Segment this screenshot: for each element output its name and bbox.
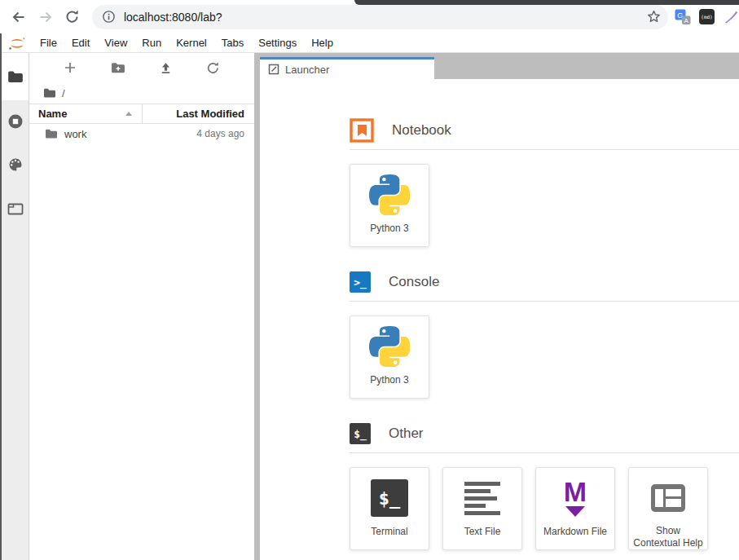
left-sidebar [2, 53, 29, 560]
python-logo-icon [369, 325, 410, 368]
section-title-console: Console [389, 274, 439, 290]
folder-icon [7, 69, 24, 84]
new-folder-button[interactable] [107, 57, 130, 78]
launcher-card-terminal[interactable]: $_ Terminal [350, 467, 429, 550]
file-row-work[interactable]: work 4 days ago [29, 124, 254, 143]
notebook-icon [350, 118, 374, 143]
jupyter-menubar: File Edit View Run Kernel Tabs Settings … [2, 33, 739, 53]
contextual-help-icon [650, 477, 686, 518]
back-icon[interactable] [7, 5, 31, 29]
file-modified: 4 days ago [196, 128, 254, 139]
menu-settings[interactable]: Settings [251, 33, 304, 52]
card-label: Text File [460, 526, 505, 538]
card-label: Markdown File [539, 526, 611, 538]
menu-kernel[interactable]: Kernel [169, 33, 214, 52]
menu-tabs[interactable]: Tabs [214, 33, 251, 52]
panel-splitter[interactable] [254, 53, 260, 560]
section-title-other: Other [389, 426, 424, 442]
sidebar-item-tabs[interactable] [2, 196, 29, 219]
translate-extension-icon[interactable]: GA [675, 9, 691, 25]
url-text[interactable]: localhost:8080/lab? [124, 11, 646, 24]
launcher-card-text-file[interactable]: Text File [442, 467, 522, 550]
launcher-card-markdown-file[interactable]: M Markdown File [535, 467, 615, 550]
launcher-section-other: $_ Other $_ Terminal [350, 421, 739, 550]
bookmark-star-icon[interactable] [646, 9, 662, 24]
pen-extension-icon[interactable] [723, 9, 739, 25]
menu-view[interactable]: View [97, 33, 134, 52]
md-extension-icon[interactable]: (md) [699, 9, 715, 24]
running-kernels-icon [7, 112, 24, 130]
text-file-icon [464, 482, 500, 515]
launcher-card-notebook-python3[interactable]: Python 3 [350, 164, 429, 247]
python-logo-icon [369, 174, 410, 216]
modified-header-label: Last Modified [176, 108, 244, 120]
name-header-label: Name [38, 108, 67, 120]
column-header-modified[interactable]: Last Modified [142, 104, 254, 123]
section-divider [350, 301, 739, 302]
menu-edit[interactable]: Edit [64, 33, 97, 52]
file-list-header: Name Last Modified [29, 104, 254, 124]
browser-chrome: localhost:8080/lab? GA (md) [0, 0, 739, 33]
sidebar-item-running[interactable] [2, 110, 29, 133]
new-launcher-button[interactable] [59, 57, 81, 78]
file-browser-toolbar [29, 53, 254, 82]
launcher-card-contextual-help[interactable]: Show Contextual Help [628, 467, 708, 550]
sort-ascending-icon [125, 112, 132, 116]
column-header-name[interactable]: Name [29, 104, 142, 123]
sidebar-item-commands[interactable] [2, 153, 29, 176]
section-title-notebook: Notebook [392, 122, 451, 139]
address-bar[interactable]: localhost:8080/lab? [92, 5, 668, 29]
tab-launcher[interactable]: Launcher [260, 57, 434, 79]
section-divider [350, 452, 739, 453]
launcher-tab-label: Launcher [285, 64, 329, 76]
breadcrumb[interactable]: / [29, 82, 254, 104]
extension-icons: GA (md) [675, 9, 739, 25]
launcher-section-notebook: Notebook Python [350, 118, 739, 247]
breadcrumb-path: / [62, 87, 65, 99]
menu-help[interactable]: Help [304, 33, 341, 52]
refresh-icon[interactable] [60, 5, 85, 29]
console-icon: >_ [350, 271, 371, 293]
launcher-section-console: >_ Console [350, 270, 739, 399]
folder-icon [45, 128, 58, 139]
dock-tab-bar: Launcher [260, 53, 739, 79]
jupyterlab-app: File Edit View Run Kernel Tabs Settings … [0, 33, 739, 560]
card-label: Python 3 [366, 223, 412, 235]
file-browser-panel: / Name Last Modified work 4 [29, 53, 254, 560]
menu-run[interactable]: Run [134, 33, 169, 52]
section-divider [350, 149, 739, 150]
palette-icon [7, 157, 24, 173]
menu-file[interactable]: File [33, 33, 64, 52]
launcher-tab-icon [268, 64, 279, 75]
terminal-icon: $_ [371, 479, 408, 517]
svg-text:A: A [684, 16, 689, 24]
card-label: Show Contextual Help [629, 525, 707, 549]
open-tabs-icon [7, 201, 24, 216]
card-label: Python 3 [366, 374, 412, 386]
other-section-icon: $_ [350, 423, 371, 444]
sidebar-item-file-browser[interactable] [2, 53, 29, 100]
main-dock-area: Launcher Notebook [260, 53, 739, 560]
upload-button[interactable] [154, 57, 177, 78]
forward-icon[interactable] [33, 5, 58, 29]
launcher-card-console-python3[interactable]: Python 3 [350, 315, 429, 399]
page-info-icon[interactable] [102, 10, 116, 24]
jupyter-logo-icon [8, 34, 26, 52]
markdown-icon: M [564, 479, 587, 517]
home-folder-icon[interactable] [43, 87, 56, 99]
refresh-file-list-button[interactable] [202, 57, 225, 78]
card-label: Terminal [367, 526, 411, 538]
file-name: work [64, 128, 86, 140]
launcher-panel: Notebook Python [260, 79, 739, 560]
jupyterlab-browser-window: localhost:8080/lab? GA (md) [0, 0, 739, 560]
